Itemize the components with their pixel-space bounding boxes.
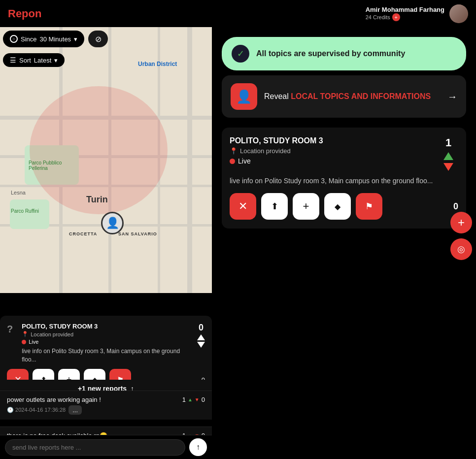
- vote-1-down-icon: ▼: [195, 397, 200, 402]
- main-close-icon: ✕: [238, 200, 247, 213]
- funnel-icon: ⊘: [95, 34, 102, 44]
- main-navigate-icon: ◆: [335, 202, 340, 211]
- main-card-live: Live: [230, 157, 439, 165]
- filter-bar: ○ Since 30 Minutes ▾ ⊘: [3, 31, 108, 47]
- plus-icon: +: [458, 216, 465, 230]
- filter-clear-button[interactable]: ⊘: [88, 31, 108, 47]
- clock-icon: ○: [10, 35, 18, 43]
- reveal-promo[interactable]: 👤 Reveal LOCAL TOPICS AND INFORMATIONS →: [222, 75, 466, 118]
- since-label: Since: [21, 35, 37, 43]
- report-item-1: power outlets are working again ! 1 ▲ ▼ …: [0, 391, 212, 420]
- main-card-actions: ✕ ⬆ + ◆ ⚑ 0: [230, 193, 458, 220]
- main-close-button[interactable]: ✕: [230, 193, 256, 220]
- main-vote-up-icon[interactable]: [443, 152, 453, 160]
- map-card-location: 📍 Location provided: [22, 331, 188, 337]
- san-salvario-label: SAN SALVARIO: [118, 231, 157, 236]
- main-flag-icon: ⚑: [365, 201, 373, 212]
- app-logo: Repon: [8, 7, 41, 20]
- report-1-text: power outlets are working again !: [7, 396, 101, 403]
- time-value: 30 Minutes: [40, 35, 71, 43]
- main-vote-down-icon[interactable]: [443, 163, 453, 171]
- report-1-timestamp: 🕐 2024-04-16 17:36:28: [7, 407, 66, 413]
- lesna-label: Lesna: [11, 190, 26, 196]
- user-name-block: Amir Mohammad Farhang 24 Credits +: [366, 6, 444, 21]
- map-card-live: Live: [22, 339, 188, 345]
- since-filter-button[interactable]: ○ Since 30 Minutes ▾: [3, 31, 84, 47]
- logo-accent: on: [29, 7, 42, 20]
- credits-add-button[interactable]: +: [392, 13, 400, 21]
- vote-1-up-icon: ▲: [188, 397, 193, 402]
- main-card-header: POLITO, STUDY ROOM 3 📍 Location provided…: [230, 136, 458, 171]
- map-target-button[interactable]: ◎: [450, 238, 472, 260]
- vote-down-icon[interactable]: [197, 342, 205, 348]
- main-card-title-col: POLITO, STUDY ROOM 3 📍 Location provided…: [230, 136, 439, 165]
- main-vote-count: 1: [445, 136, 451, 149]
- main-vote-zero: 0: [453, 201, 458, 212]
- report-1-votes: 1 ▲ ▼ 0: [182, 396, 205, 403]
- main-card-description: live info on Polito Study room 3, Main c…: [230, 176, 458, 186]
- user-name: Amir Mohammad Farhang: [366, 6, 444, 13]
- vote-count: 0: [199, 323, 204, 333]
- sort-bar: ☰ Sort Latest ▾: [3, 53, 65, 67]
- sort-label: Sort: [19, 57, 31, 64]
- report-1-row: power outlets are working again ! 1 ▲ ▼ …: [7, 396, 205, 403]
- vote-up-icon[interactable]: [197, 334, 205, 340]
- user-credits: 24 Credits +: [366, 13, 444, 21]
- main-navigate-button[interactable]: ◆: [324, 193, 351, 220]
- parco-pellerina-label: Parco PubblicoPellerina: [29, 160, 62, 171]
- target-icon: ◎: [457, 244, 465, 255]
- person-icon: 👤: [236, 89, 252, 104]
- header-bar: Repon Amir Mohammad Farhang 24 Credits +: [0, 0, 476, 27]
- map-card-info: POLITO, STUDY ROOM 3 📍 Location provided…: [22, 323, 188, 364]
- map-park-ruffini: [10, 199, 49, 229]
- main-add-button[interactable]: +: [293, 193, 319, 220]
- input-bar: ↑: [0, 435, 212, 459]
- main-card-location: 📍 Location provided: [230, 147, 439, 155]
- report-1-meta: 🕐 2024-04-16 17:36:28 ...: [7, 405, 205, 415]
- map-area[interactable]: Urban District Parco PubblicoPellerina P…: [0, 27, 212, 293]
- logo-text: Rep: [8, 7, 29, 20]
- sort-value: Latest: [34, 57, 51, 64]
- sort-lines-icon: ☰: [10, 56, 16, 64]
- credits-text: 24 Credits: [366, 14, 390, 20]
- main-share-button[interactable]: ⬆: [261, 193, 288, 220]
- main-live-dot: [230, 159, 235, 164]
- main-flag-button[interactable]: ⚑: [356, 193, 382, 220]
- vote-1-down-count: 0: [202, 396, 205, 403]
- main-share-icon: ⬆: [271, 201, 278, 212]
- main-location-pin-icon: 📍: [230, 147, 238, 155]
- crocetta-label: CROCETTA: [69, 231, 97, 236]
- user-pin-icon: 👤: [106, 217, 119, 230]
- live-indicator: [22, 340, 26, 344]
- avatar[interactable]: [449, 4, 468, 23]
- user-info: Amir Mohammad Farhang 24 Credits +: [366, 4, 468, 23]
- sort-chevron-icon: ▾: [54, 57, 58, 64]
- parco-ruffini-label: Parco Ruffini: [11, 208, 39, 214]
- shield-check-icon: ✓: [232, 45, 249, 63]
- turin-label: Turin: [86, 195, 108, 205]
- map-card-question-mark: ?: [7, 324, 13, 335]
- map-add-button[interactable]: +: [450, 212, 472, 233]
- chevron-down-icon: ▾: [74, 35, 77, 43]
- reveal-arrow-icon: →: [447, 91, 457, 102]
- reveal-text: Reveal LOCAL TOPICS AND INFORMATIONS: [264, 92, 431, 100]
- send-button[interactable]: ↑: [189, 438, 207, 456]
- main-card-vote: 1: [439, 136, 458, 171]
- community-banner-text: All topics are supervised by community: [256, 49, 405, 58]
- location-pin-icon: 📍: [22, 331, 29, 337]
- map-card-title: POLITO, STUDY ROOM 3: [22, 323, 188, 330]
- reveal-app-icon: 👤: [231, 83, 257, 110]
- right-panel: ✓ All topics are supervised by community…: [212, 27, 476, 459]
- sort-button[interactable]: ☰ Sort Latest ▾: [3, 53, 65, 67]
- map-background: Urban District Parco PubblicoPellerina P…: [0, 27, 212, 293]
- main-card-title: POLITO, STUDY ROOM 3: [230, 136, 439, 145]
- live-report-input[interactable]: [5, 439, 185, 456]
- urban-district-label: Urban District: [138, 61, 177, 67]
- main-card: POLITO, STUDY ROOM 3 📍 Location provided…: [222, 128, 466, 229]
- map-card-vote: 0: [197, 323, 205, 348]
- report-1-more-button[interactable]: ...: [68, 405, 82, 415]
- map-card-header: ? POLITO, STUDY ROOM 3 📍 Location provid…: [7, 323, 205, 364]
- map-road-v4: [187, 27, 192, 293]
- user-location-pin: 👤: [101, 212, 124, 234]
- avatar-image: [449, 4, 468, 23]
